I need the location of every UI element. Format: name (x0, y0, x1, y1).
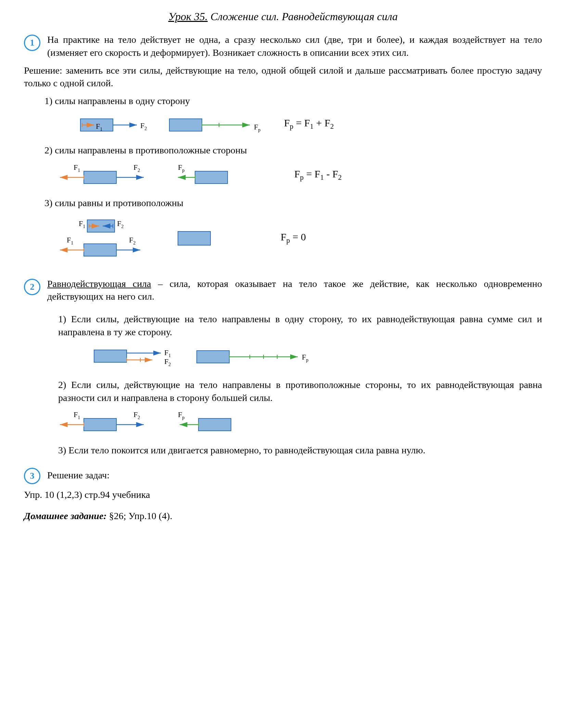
svg-rule2-right: Fp (171, 410, 246, 434)
diagram-rule2: F1 F2 Fp (55, 410, 542, 434)
svg-box-empty (171, 226, 219, 250)
svg-text:F2: F2 (133, 410, 140, 420)
title-underlined: Урок 35. (168, 10, 208, 23)
sec1-p1: На практике на тело действует не одна, а… (47, 33, 542, 59)
sec3-tasks: Упр. 10 (1,2,3) стр.94 учебника (24, 488, 542, 501)
svg-text:Fp: Fp (302, 353, 308, 363)
svg-text:F1: F1 (67, 236, 73, 246)
svg-text:F2: F2 (129, 236, 136, 246)
svg-rule1-left: F1 F2 (92, 345, 181, 369)
svg-box-fp-sum: Fp (168, 114, 270, 134)
svg-text:Fp: Fp (178, 410, 184, 420)
svg-rect-7 (169, 119, 202, 131)
svg-box-fp-diff: Fp (171, 163, 240, 187)
svg-text:F2: F2 (117, 219, 124, 229)
diagram-case3: F1 F2 F1 F2 Fp = 0 (55, 216, 542, 260)
svg-text:Fp: Fp (254, 123, 260, 133)
formula-sum: Fp = F1 + F2 (284, 117, 334, 131)
svg-text:F2: F2 (164, 357, 171, 367)
svg-text:F1: F1 (74, 163, 80, 173)
formula-zero: Fp = 0 (281, 231, 306, 245)
svg-box-f1-f2-opposite: F1 F2 (55, 163, 157, 187)
svg-rect-31 (84, 244, 116, 256)
case1-label: 1) силы направлены в одну сторону (44, 95, 542, 108)
svg-rule2-left: F1 F2 (55, 410, 157, 434)
section-1: 1 На практике на тело действует не одна,… (24, 33, 542, 64)
formula-diff: Fp = F1 - F2 (294, 168, 342, 182)
homework: Домашнее задание: §26; Упр.10 (4). (24, 510, 542, 523)
diagram-rule1: F1 F2 Fp (92, 345, 542, 369)
section-3: 3 Решение задач: (24, 466, 542, 484)
hw-label: Домашнее задание: (24, 511, 107, 521)
sec2-lead: Равнодействующая сила – сила, которая ок… (47, 277, 542, 303)
title-rest: Сложение сил. Равнодействующая сила (208, 10, 398, 23)
svg-text:Fp: Fp (178, 163, 184, 173)
page-title: Урок 35. Сложение сил. Равнодействующая … (24, 10, 542, 23)
rule1: 1) Если силы, действующие на тело направ… (58, 313, 542, 339)
diagram-case1: F1 F2 Fp Fp = F1 + F2 (79, 114, 542, 134)
section-2: 2 Равнодействующая сила – сила, которая … (24, 277, 542, 308)
badge-3: 3 (24, 468, 40, 484)
svg-rect-38 (94, 350, 127, 362)
svg-rect-54 (84, 418, 116, 431)
case3-label: 3) силы равны и противоположны (44, 197, 542, 210)
sec3-title: Решение задач: (47, 470, 110, 481)
svg-box-f1-f2-same: F1 F2 (79, 114, 154, 134)
svg-text:F2: F2 (140, 121, 147, 131)
diagram-case2: F1 F2 Fp Fp = F1 - F2 (55, 163, 542, 187)
sec1-p2: Решение: заменить все эти силы, действую… (24, 64, 542, 90)
case2-label: 2) силы направлены в противоположные сто… (44, 144, 542, 157)
svg-rect-46 (197, 351, 229, 363)
svg-rect-61 (198, 418, 231, 431)
badge-2: 2 (24, 279, 40, 295)
rule3: 3) Если тело покоится или двигается равн… (58, 444, 542, 457)
svg-text:F1: F1 (74, 410, 80, 420)
svg-rect-37 (178, 231, 210, 245)
svg-text:F2: F2 (133, 163, 140, 173)
sec2-term: Равнодействующая сила (47, 278, 151, 289)
svg-text:F1: F1 (79, 219, 85, 229)
hw-text: §26; Упр.10 (4). (107, 511, 172, 521)
svg-rect-20 (195, 171, 228, 184)
svg-box-equal-opposite: F1 F2 F1 F2 (55, 216, 157, 260)
badge-1: 1 (24, 35, 40, 51)
svg-text:F1: F1 (164, 348, 171, 358)
rule2: 2) Если силы, действующие на тело направ… (58, 378, 542, 404)
svg-rule1-right: Fp (195, 347, 318, 367)
svg-rect-13 (84, 171, 116, 184)
